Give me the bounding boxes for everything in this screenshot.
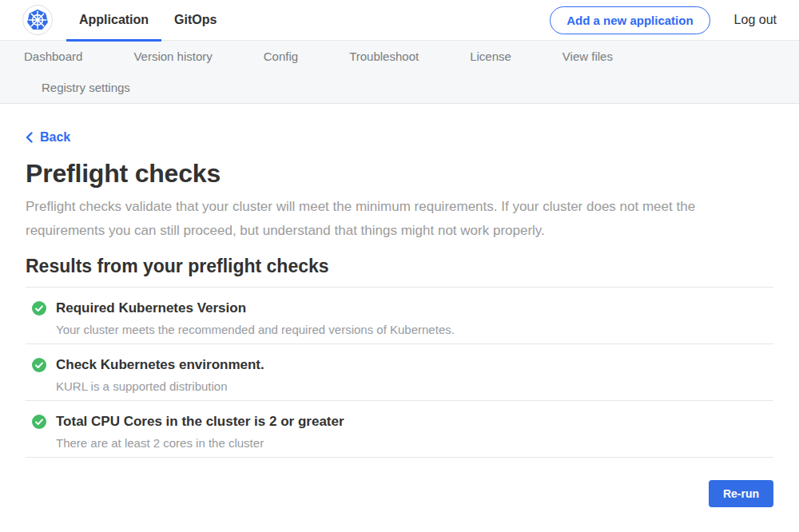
logout-button[interactable]: Log out [734,13,777,27]
tab-gitops-label: GitOps [174,13,217,27]
top-navbar: Application GitOps Add a new application… [0,0,799,41]
results-heading: Results from your preflight checks [26,256,773,277]
check-circle-icon [32,358,46,372]
page-description: Preflight checks validate that your clus… [26,195,753,243]
check-message: There are at least 2 cores in the cluste… [56,436,344,451]
check-row-kubernetes-version: Required Kubernetes Version Your cluster… [26,288,773,344]
subnav-item-registry-settings[interactable]: Registry settings [42,72,130,103]
subnav-item-view-files[interactable]: View files [562,41,613,72]
check-row-cpu-cores: Total CPU Cores in the cluster is 2 or g… [26,401,773,458]
kubernetes-logo-icon [22,5,53,35]
tab-application[interactable]: Application [66,0,161,41]
subnav-item-version-history[interactable]: Version history [133,41,212,72]
check-title: Total CPU Cores in the cluster is 2 or g… [56,413,344,430]
check-row-kubernetes-environment: Check Kubernetes environment. KURL is a … [26,344,773,401]
check-title: Required Kubernetes Version [56,300,455,316]
page-title: Preflight checks [26,159,773,189]
check-message: Your cluster meets the recommended and r… [56,323,455,337]
check-row-text: Check Kubernetes environment. KURL is a … [56,356,264,394]
subnav-item-dashboard[interactable]: Dashboard [24,41,82,72]
add-application-button[interactable]: Add a new application [550,6,710,34]
check-row-text: Total CPU Cores in the cluster is 2 or g… [56,413,344,451]
subnav-item-troubleshoot[interactable]: Troubleshoot [349,41,419,72]
chevron-left-icon [26,132,33,143]
tab-application-label: Application [79,13,149,27]
rerun-button[interactable]: Re-run [709,480,773,507]
check-row-text: Required Kubernetes Version Your cluster… [56,300,455,337]
preflight-check-list: Required Kubernetes Version Your cluster… [26,287,773,458]
preflight-page: Back Preflight checks Preflight checks v… [0,104,799,507]
app-subnav: Dashboard Version history Config Trouble… [0,41,799,104]
check-title: Check Kubernetes environment. [56,356,264,373]
check-message: KURL is a supported distribution [56,379,264,394]
subnav-item-license[interactable]: License [470,41,511,72]
footer-actions: Re-run [26,480,773,507]
subnav-item-config[interactable]: Config [264,41,298,72]
back-link-label: Back [40,130,70,145]
check-circle-icon [32,415,46,429]
tab-gitops[interactable]: GitOps [161,0,229,41]
back-link[interactable]: Back [26,130,70,145]
check-circle-icon [32,301,46,316]
